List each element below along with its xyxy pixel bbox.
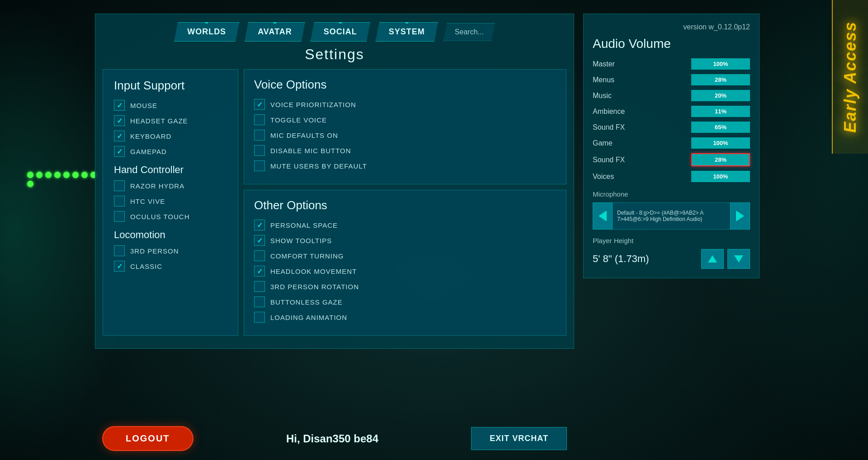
logout-button[interactable]: LOGOUT: [102, 426, 193, 451]
input-support-title: Input Support: [114, 79, 227, 93]
checkbox-3rd-person-rotation[interactable]: [254, 281, 265, 292]
early-access-text: Early Access: [841, 21, 860, 133]
label-headlook-movement: HEADLOOK MOVEMENT: [270, 268, 357, 275]
tab-social[interactable]: SOCIAL: [311, 22, 370, 42]
label-headset-gaze: HEADSET GAZE: [130, 117, 188, 125]
player-height-label: Player Height: [593, 237, 750, 244]
checkbox-mute-users-by-default[interactable]: [254, 160, 265, 171]
height-arrows: [701, 249, 750, 269]
exit-button[interactable]: EXIT VRCHAT: [471, 427, 567, 450]
volume-row-voices: Voices 100%: [593, 171, 750, 182]
label-oculus-touch: OCULUS TOUCH: [130, 213, 189, 221]
volume-label-game: Game: [593, 139, 629, 147]
checkbox-razor-hydra[interactable]: [114, 180, 125, 191]
label-mouse: MOUSE: [130, 102, 157, 109]
checkbox-show-tooltips[interactable]: [254, 235, 265, 246]
volume-row-menus: Menus 28%: [593, 74, 750, 85]
checkbox-headlook-movement[interactable]: [254, 266, 265, 277]
volume-bar-game[interactable]: 100%: [691, 137, 750, 149]
version-text: version w_0.12.0p12: [593, 23, 750, 31]
label-loading-animation: LOADING ANIMATION: [270, 314, 347, 321]
volume-bar-master[interactable]: 100%: [691, 58, 750, 70]
other-options-panel: Other Options PERSONAL SPACE SHOW TOOLTI…: [244, 190, 566, 336]
list-item: PERSONAL SPACE: [254, 220, 556, 230]
label-htc-vive: HTC VIVE: [130, 197, 165, 205]
label-voice-prioritization: VOICE PRIORITIZATION: [270, 101, 356, 108]
chevron-up-icon: [708, 255, 717, 263]
label-buttonless-gaze: BUTTONLESS GAZE: [270, 298, 343, 306]
hand-controller-title: Hand Controller: [114, 164, 227, 176]
volume-bar-music[interactable]: 20%: [691, 90, 750, 101]
player-height-row: 5' 8" (1.73m): [593, 249, 750, 269]
volume-label-voices: Voices: [593, 173, 629, 181]
checkbox-mic-defaults-on[interactable]: [254, 130, 265, 141]
voice-options-title: Voice Options: [254, 78, 556, 92]
microphone-next-button[interactable]: [730, 202, 750, 230]
volume-row-ambience: Ambience 11%: [593, 106, 750, 117]
label-gamepad: GAMEPAD: [130, 148, 167, 155]
checkbox-disable-mic-button[interactable]: [254, 145, 265, 156]
checkbox-3rd-person[interactable]: [114, 245, 125, 256]
volume-bar-voices[interactable]: 100%: [691, 171, 750, 182]
tab-system[interactable]: SYSTEM: [376, 22, 438, 42]
height-decrease-button[interactable]: [727, 249, 750, 269]
checkbox-headset-gaze[interactable]: [114, 115, 125, 126]
checkbox-gamepad[interactable]: [114, 146, 125, 157]
volume-bar-soundfx2[interactable]: 28%: [691, 153, 750, 166]
volume-row-master: Master 100%: [593, 58, 750, 70]
label-comfort-turning: COMFORT TURNING: [270, 252, 344, 260]
list-item: LOADING ANIMATION: [254, 312, 556, 323]
player-height-section: Player Height 5' 8" (1.73m): [593, 237, 750, 269]
list-item: MIC DEFAULTS ON: [254, 130, 556, 141]
checkbox-mouse[interactable]: [114, 100, 125, 111]
label-toggle-voice: TOGGLE VOICE: [270, 116, 327, 124]
checkbox-toggle-voice[interactable]: [254, 114, 265, 125]
label-keyboard: KEYBOARD: [130, 132, 171, 140]
volume-row-game: Game 100%: [593, 137, 750, 149]
list-item: VOICE PRIORITIZATION: [254, 99, 556, 110]
chevron-left-icon: [599, 211, 607, 221]
chevron-right-icon: [736, 211, 744, 221]
list-item: DISABLE MIC BUTTON: [254, 145, 556, 156]
list-item: HEADLOOK MOVEMENT: [254, 266, 556, 277]
checkbox-voice-prioritization[interactable]: [254, 99, 265, 110]
list-item: HTC VIVE: [114, 196, 227, 207]
checkbox-comfort-turning[interactable]: [254, 250, 265, 261]
tab-worlds[interactable]: WORLDS: [174, 22, 239, 42]
height-increase-button[interactable]: [701, 249, 724, 269]
checkbox-oculus-touch[interactable]: [114, 211, 125, 222]
list-item: KEYBOARD: [114, 131, 227, 141]
list-item: RAZOR HYDRA: [114, 180, 227, 191]
checkbox-classic[interactable]: [114, 261, 125, 272]
search-button[interactable]: Search...: [443, 23, 495, 41]
label-mic-defaults-on: MIC DEFAULTS ON: [270, 131, 338, 139]
locomotion-title: Locomotion: [114, 229, 227, 241]
checkbox-keyboard[interactable]: [114, 131, 125, 141]
list-item: CLASSIC: [114, 261, 227, 272]
volume-bar-soundfx[interactable]: 65%: [691, 122, 750, 133]
list-item: OCULUS TOUCH: [114, 211, 227, 222]
list-item: TOGGLE VOICE: [254, 114, 556, 125]
microphone-label: Microphone: [593, 190, 750, 198]
left-panel: Input Support MOUSE HEADSET GAZE KEYBOAR…: [103, 69, 238, 336]
label-3rd-person: 3RD PERSON: [130, 247, 179, 255]
username-display: Hi, Disan350 be84: [286, 432, 378, 445]
volume-label-master: Master: [593, 60, 629, 68]
main-panel: WORLDS AVATAR SOCIAL SYSTEM Search... Se…: [95, 14, 574, 349]
volume-bar-ambience[interactable]: 11%: [691, 106, 750, 117]
chevron-down-icon: [734, 255, 743, 263]
tab-avatar[interactable]: AVATAR: [245, 22, 305, 42]
checkbox-htc-vive[interactable]: [114, 196, 125, 207]
list-item: GAMEPAD: [114, 146, 227, 157]
volume-bar-menus[interactable]: 28%: [691, 74, 750, 85]
decorative-dots: [27, 172, 99, 187]
microphone-prev-button[interactable]: [593, 202, 613, 230]
checkbox-loading-animation[interactable]: [254, 312, 265, 323]
other-options-title: Other Options: [254, 198, 556, 212]
list-item: COMFORT TURNING: [254, 250, 556, 261]
volume-row-soundfx: Sound FX 65%: [593, 122, 750, 133]
label-personal-space: PERSONAL SPACE: [270, 221, 338, 229]
audio-panel: version w_0.12.0p12 Audio Volume Master …: [583, 14, 760, 278]
checkbox-buttonless-gaze[interactable]: [254, 296, 265, 307]
checkbox-personal-space[interactable]: [254, 220, 265, 230]
